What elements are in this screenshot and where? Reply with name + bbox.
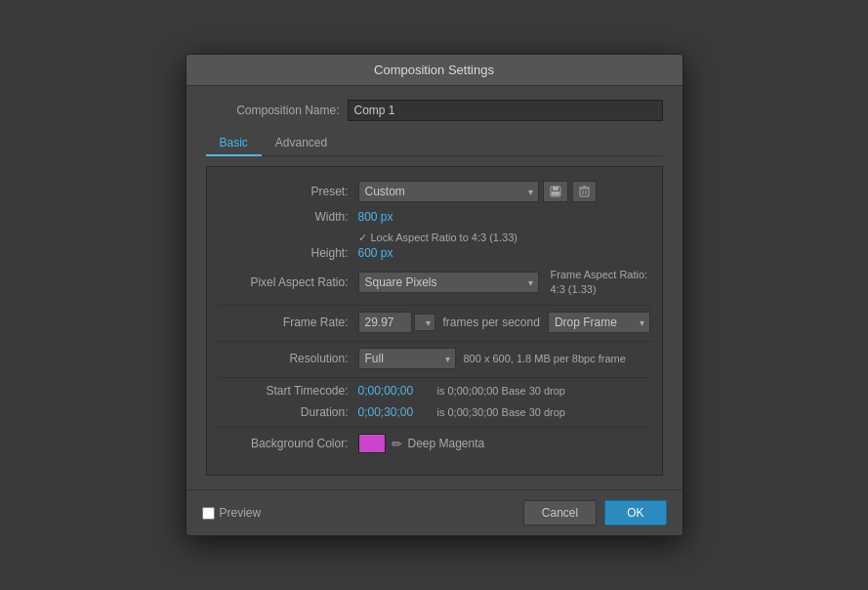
frame-aspect-value: 4:3 (1.33) (551, 282, 648, 297)
width-row: Width: 800 px (217, 210, 652, 224)
height-value[interactable]: 600 px (358, 246, 393, 260)
svg-rect-3 (580, 189, 589, 196)
preview-label: Preview (220, 506, 262, 520)
tab-advanced[interactable]: Advanced (262, 131, 341, 156)
start-timecode-info: is 0;00;00;00 Base 30 drop (437, 385, 565, 397)
dialog-title: Composition Settings (374, 63, 494, 77)
width-value[interactable]: 800 px (358, 210, 393, 224)
lock-aspect-row: ✓ Lock Aspect Ratio to 4:3 (1.33) (358, 232, 652, 244)
lock-checkmark: ✓ (358, 232, 367, 244)
dialog-footer: Preview Cancel OK (186, 489, 682, 535)
duration-row: Duration: 0;00;30;00 is 0;00;30;00 Base … (217, 405, 652, 419)
pixel-aspect-select-wrap: Square Pixels D1/DV NTSC (0.91) D1/DV PA… (358, 272, 539, 293)
duration-label: Duration: (217, 405, 358, 419)
dialog-body: Composition Name: Basic Advanced Preset:… (186, 86, 682, 490)
lock-aspect-label[interactable]: Lock Aspect Ratio to 4:3 (1.33) (371, 232, 517, 243)
preset-select-wrap: Custom HDTV 1080 25 HDTV 1080 29.97 PAL … (358, 181, 539, 202)
dialog-titlebar: Composition Settings (186, 55, 682, 86)
frame-rate-arrow (414, 314, 435, 331)
resolution-select[interactable]: Full Half Third Quarter Custom (358, 348, 456, 369)
height-label: Height: (217, 246, 358, 260)
color-name: Deep Magenta (408, 437, 485, 450)
frame-rate-row: Frame Rate: frames per second Drop Frame… (217, 312, 652, 333)
svg-rect-2 (552, 191, 559, 195)
eyedropper-icon[interactable]: ✏ (392, 437, 402, 451)
preset-row: Preset: Custom HDTV 1080 25 HDTV 1080 29… (217, 181, 652, 202)
resolution-row: Resolution: Full Half Third Quarter Cust… (217, 348, 652, 369)
pixel-aspect-label: Pixel Aspect Ratio: (217, 275, 358, 289)
bg-color-label: Background Color: (217, 437, 358, 450)
preview-checkbox[interactable] (202, 507, 215, 520)
divider-1 (217, 305, 652, 306)
tabs: Basic Advanced (206, 131, 663, 156)
preview-check: Preview (202, 506, 262, 520)
divider-3 (217, 377, 652, 378)
comp-name-label: Composition Name: (206, 104, 348, 117)
divider-2 (217, 341, 652, 342)
frame-aspect-info: Frame Aspect Ratio: 4:3 (1.33) (551, 268, 648, 298)
start-timecode-value[interactable]: 0;00;00;00 (358, 384, 432, 398)
width-label: Width: (217, 210, 358, 224)
pixel-aspect-row: Pixel Aspect Ratio: Square Pixels D1/DV … (217, 268, 652, 298)
frame-rate-stepper[interactable] (414, 314, 435, 331)
comp-name-row: Composition Name: (206, 100, 663, 121)
delete-preset-button[interactable] (572, 181, 597, 202)
svg-rect-1 (553, 187, 558, 190)
duration-info: is 0;00;30;00 Base 30 drop (437, 406, 565, 418)
height-row: Height: 600 px (217, 246, 652, 260)
duration-value[interactable]: 0;00;30;00 (358, 405, 432, 419)
tab-basic[interactable]: Basic (206, 131, 262, 156)
save-preset-button[interactable] (543, 181, 568, 202)
cancel-button[interactable]: Cancel (523, 500, 597, 526)
preset-label: Preset: (217, 185, 358, 198)
color-swatch[interactable] (358, 434, 386, 453)
start-timecode-row: Start Timecode: 0;00;00;00 is 0;00;00;00… (217, 384, 652, 398)
resolution-select-wrap: Full Half Third Quarter Custom (358, 348, 456, 369)
resolution-info: 800 x 600, 1.8 MB per 8bpc frame (464, 353, 626, 364)
drop-frame-select[interactable]: Drop Frame Non-Drop Frame (548, 312, 650, 333)
frame-rate-label: Frame Rate: (217, 316, 358, 329)
drop-frame-wrap: Drop Frame Non-Drop Frame (548, 312, 650, 333)
resolution-label: Resolution: (217, 352, 358, 365)
composition-settings-dialog: Composition Settings Composition Name: B… (186, 54, 683, 537)
fps-label: frames per second (443, 316, 540, 329)
ok-button[interactable]: OK (604, 500, 666, 526)
background-color-row: Background Color: ✏ Deep Magenta (217, 434, 652, 453)
frame-aspect-label: Frame Aspect Ratio: (551, 268, 648, 282)
frame-rate-input[interactable] (358, 312, 412, 333)
preset-select[interactable]: Custom HDTV 1080 25 HDTV 1080 29.97 PAL … (358, 181, 539, 202)
settings-panel: Preset: Custom HDTV 1080 25 HDTV 1080 29… (206, 166, 663, 477)
pixel-aspect-select[interactable]: Square Pixels D1/DV NTSC (0.91) D1/DV PA… (358, 272, 539, 293)
preset-controls: Custom HDTV 1080 25 HDTV 1080 29.97 PAL … (358, 181, 597, 202)
start-timecode-label: Start Timecode: (217, 384, 358, 398)
divider-4 (217, 427, 652, 428)
comp-name-input[interactable] (348, 100, 663, 121)
